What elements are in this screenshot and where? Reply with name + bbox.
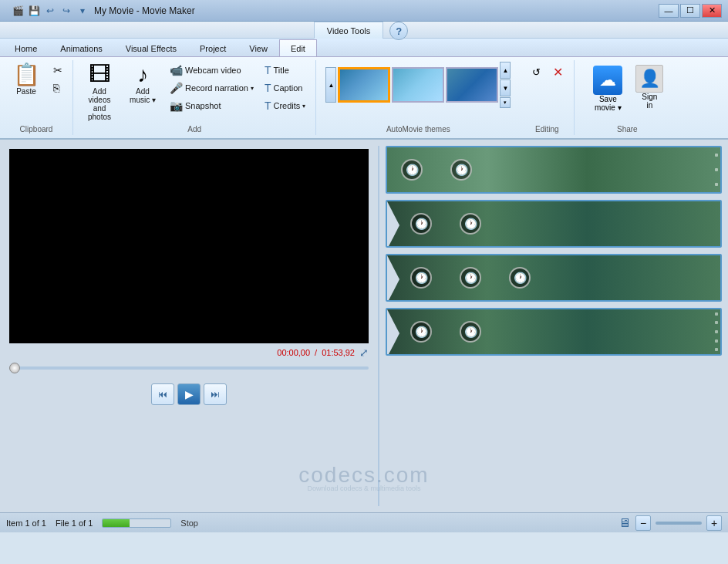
next-frame-button[interactable]: ⏭ — [204, 383, 227, 405]
copy-button[interactable]: ⎘ — [49, 79, 66, 96]
theme-sky[interactable] — [392, 67, 444, 103]
clip-row-4[interactable]: 🕐 🕐 — [386, 308, 722, 356]
progress-bar-fill — [103, 519, 130, 527]
paste-button[interactable]: 📋 Paste — [6, 62, 46, 98]
title-button[interactable]: T Title — [261, 62, 309, 79]
clip-segment-3a: 🕐 🕐 🕐 — [387, 255, 720, 300]
window-controls: — ☐ ✕ — [659, 4, 722, 18]
themes-scroll-next[interactable]: ▼ — [500, 79, 511, 96]
redo-btn[interactable]: ↪ — [59, 4, 73, 18]
help-button[interactable]: ? — [389, 22, 408, 40]
rotate-left-btn[interactable]: ↺ — [526, 62, 546, 82]
tab-home[interactable]: Home — [3, 39, 49, 56]
cut-button[interactable]: ✂ — [49, 62, 66, 79]
share-label: Share — [617, 125, 638, 133]
tab-view[interactable]: View — [238, 39, 279, 56]
main-content: 00:00,00 / 01:53,92 ⤢ ⏮ ▶ ⏭ — [0, 140, 728, 512]
seek-bar[interactable] — [9, 362, 369, 374]
credits-button[interactable]: T Credits ▾ — [261, 97, 309, 114]
clip-row-1[interactable]: 🕐 🕐 — [386, 146, 722, 194]
themes-scroll-up[interactable]: ▲ — [325, 67, 336, 103]
preview-screen — [9, 149, 369, 343]
clipboard-group: 📋 Paste ✂ ⎘ Clipboard — [0, 60, 73, 135]
add-music-button[interactable]: ♪ Addmusic ▾ — [123, 62, 163, 106]
clip-overlay-1a: 🕐 🕐 — [387, 147, 720, 192]
themes-content: ▲ ▲ ▼ ▾ — [322, 62, 514, 123]
zoom-slider[interactable] — [656, 522, 702, 525]
editing-group: ↺ ✕ Editing — [520, 60, 575, 135]
clip-segment-1a: 🕐 🕐 — [387, 147, 720, 192]
microphone-icon: 🎤 — [170, 82, 183, 94]
themes-scroll-prev[interactable]: ▲ — [500, 62, 511, 79]
clipboard-content: 📋 Paste ✂ ⎘ — [6, 62, 66, 123]
save-movie-label: Savemovie ▾ — [595, 95, 621, 112]
video-tools-tab[interactable]: Video Tools — [314, 22, 383, 39]
video-file-icon: 🎞 — [89, 64, 110, 86]
theme-nature[interactable] — [446, 67, 498, 103]
stop-button[interactable]: Stop — [180, 518, 198, 528]
record-narration-button[interactable]: 🎤 Record narration ▾ — [166, 79, 258, 96]
clock-icon-1a1: 🕐 — [401, 159, 423, 181]
save-qa-btn[interactable]: 💾 — [27, 4, 41, 18]
cut-copy-buttons: ✂ ⎘ — [49, 62, 66, 96]
clock-icon-3a1: 🕐 — [410, 267, 432, 289]
music-icon: ♪ — [137, 64, 148, 86]
next-icon: ⏭ — [211, 389, 220, 400]
ribbon-tabs: Home Animations Visual Effects Project V… — [0, 39, 728, 57]
prev-icon: ⏮ — [158, 389, 167, 400]
caption-button[interactable]: T Caption — [261, 79, 309, 96]
clip-overlay-3a: 🕐 🕐 🕐 — [387, 255, 720, 300]
sign-in-button[interactable]: 👤 Signin — [632, 63, 667, 111]
themes-scroll-all[interactable]: ▾ — [500, 97, 511, 108]
tab-visual-effects[interactable]: Visual Effects — [114, 39, 188, 56]
editing-content: ↺ ✕ — [526, 62, 568, 123]
trim-btn[interactable]: ✕ — [548, 62, 568, 82]
clip-segment-4a: 🕐 🕐 — [387, 309, 720, 354]
theme-landscape[interactable] — [338, 67, 390, 103]
undo-btn[interactable]: ↩ — [43, 4, 57, 18]
expand-button[interactable]: ⤢ — [359, 346, 369, 359]
copy-icon: ⎘ — [53, 82, 59, 94]
snapshot-button[interactable]: 📷 Snapshot — [166, 97, 258, 114]
film-strip-1a — [714, 147, 719, 192]
film-dot — [715, 168, 718, 171]
seek-track — [9, 366, 369, 370]
contextual-tab-bar: Video Tools ? — [0, 22, 728, 39]
zoom-in-btn[interactable]: + — [706, 515, 722, 531]
prev-frame-button[interactable]: ⏮ — [151, 383, 174, 405]
clock-icon-3a2: 🕐 — [460, 267, 481, 289]
play-button[interactable]: ▶ — [177, 383, 201, 405]
save-movie-button[interactable]: ☁ Savemovie ▾ — [587, 63, 629, 114]
app-icon: 🎬 — [11, 4, 25, 18]
film-dot — [715, 312, 718, 316]
caption-icon: T — [265, 82, 271, 94]
close-btn[interactable]: ✕ — [702, 4, 722, 18]
monitor-view-btn[interactable]: 🖥 — [618, 516, 631, 530]
camera-icon: 📷 — [170, 100, 183, 112]
clip-row-3[interactable]: 🕐 🕐 🕐 — [386, 254, 722, 302]
clock-icon-2a1: 🕐 — [410, 213, 432, 235]
add-group: 🎞 Add videosand photos ♪ Addmusic ▾ 📹 We… — [73, 60, 316, 135]
clock-icon-1a2: 🕐 — [450, 159, 472, 181]
cut-icon: ✂ — [53, 64, 62, 76]
preview-pane: 00:00,00 / 01:53,92 ⤢ ⏮ ▶ ⏭ — [0, 140, 378, 512]
maximize-btn[interactable]: ☐ — [680, 4, 700, 18]
clip-overlay-4a: 🕐 🕐 — [387, 309, 720, 354]
webcam-icon: 📹 — [170, 64, 183, 76]
paste-icon: 📋 — [13, 64, 40, 86]
themes-group: ▲ ▲ ▼ ▾ AutoMovie themes — [316, 60, 520, 135]
tab-project[interactable]: Project — [188, 39, 238, 56]
theme-sky-preview — [393, 69, 443, 101]
add-videos-button[interactable]: 🎞 Add videosand photos — [79, 62, 120, 123]
film-strip-4a — [714, 309, 719, 354]
clip-row-2[interactable]: 🕐 🕐 — [386, 200, 722, 248]
user-icon: 👤 — [635, 65, 663, 93]
tab-edit[interactable]: Edit — [279, 39, 317, 56]
clipboard-label: Clipboard — [20, 125, 53, 133]
dropdown-arrow[interactable]: ▾ — [76, 4, 89, 18]
tab-animations[interactable]: Animations — [49, 39, 113, 56]
webcam-video-button[interactable]: 📹 Webcam video — [166, 62, 258, 79]
minimize-btn[interactable]: — — [659, 4, 679, 18]
seek-thumb[interactable] — [9, 363, 20, 373]
zoom-out-btn[interactable]: − — [635, 515, 651, 531]
